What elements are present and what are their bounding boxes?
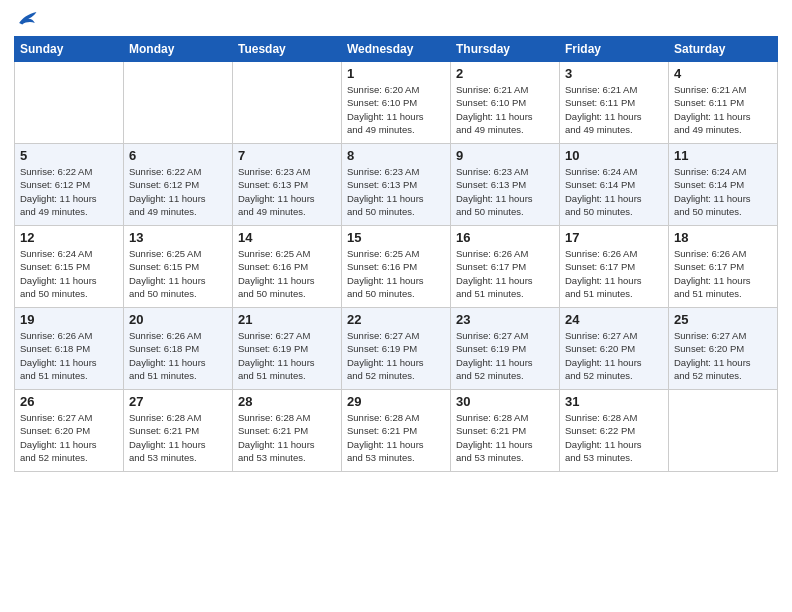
day-number: 4 — [674, 66, 772, 81]
day-number: 14 — [238, 230, 336, 245]
day-info: Sunrise: 6:23 AM Sunset: 6:13 PM Dayligh… — [238, 165, 336, 218]
day-number: 12 — [20, 230, 118, 245]
day-number: 5 — [20, 148, 118, 163]
day-info: Sunrise: 6:26 AM Sunset: 6:17 PM Dayligh… — [674, 247, 772, 300]
col-header-saturday: Saturday — [669, 37, 778, 62]
day-info: Sunrise: 6:23 AM Sunset: 6:13 PM Dayligh… — [456, 165, 554, 218]
day-number: 24 — [565, 312, 663, 327]
calendar-cell: 23Sunrise: 6:27 AM Sunset: 6:19 PM Dayli… — [451, 308, 560, 390]
calendar-cell: 7Sunrise: 6:23 AM Sunset: 6:13 PM Daylig… — [233, 144, 342, 226]
day-number: 21 — [238, 312, 336, 327]
day-info: Sunrise: 6:27 AM Sunset: 6:20 PM Dayligh… — [565, 329, 663, 382]
day-info: Sunrise: 6:26 AM Sunset: 6:17 PM Dayligh… — [565, 247, 663, 300]
calendar-week-5: 26Sunrise: 6:27 AM Sunset: 6:20 PM Dayli… — [15, 390, 778, 472]
day-info: Sunrise: 6:22 AM Sunset: 6:12 PM Dayligh… — [20, 165, 118, 218]
day-info: Sunrise: 6:28 AM Sunset: 6:22 PM Dayligh… — [565, 411, 663, 464]
day-info: Sunrise: 6:27 AM Sunset: 6:19 PM Dayligh… — [456, 329, 554, 382]
col-header-tuesday: Tuesday — [233, 37, 342, 62]
day-number: 16 — [456, 230, 554, 245]
calendar-cell: 5Sunrise: 6:22 AM Sunset: 6:12 PM Daylig… — [15, 144, 124, 226]
day-info: Sunrise: 6:21 AM Sunset: 6:11 PM Dayligh… — [674, 83, 772, 136]
calendar-cell — [669, 390, 778, 472]
calendar-cell: 29Sunrise: 6:28 AM Sunset: 6:21 PM Dayli… — [342, 390, 451, 472]
day-info: Sunrise: 6:27 AM Sunset: 6:19 PM Dayligh… — [347, 329, 445, 382]
calendar-cell: 12Sunrise: 6:24 AM Sunset: 6:15 PM Dayli… — [15, 226, 124, 308]
col-header-sunday: Sunday — [15, 37, 124, 62]
calendar-cell: 28Sunrise: 6:28 AM Sunset: 6:21 PM Dayli… — [233, 390, 342, 472]
calendar-cell: 8Sunrise: 6:23 AM Sunset: 6:13 PM Daylig… — [342, 144, 451, 226]
day-info: Sunrise: 6:21 AM Sunset: 6:10 PM Dayligh… — [456, 83, 554, 136]
calendar-cell: 30Sunrise: 6:28 AM Sunset: 6:21 PM Dayli… — [451, 390, 560, 472]
calendar-table: SundayMondayTuesdayWednesdayThursdayFrid… — [14, 36, 778, 472]
day-number: 23 — [456, 312, 554, 327]
day-number: 28 — [238, 394, 336, 409]
day-info: Sunrise: 6:25 AM Sunset: 6:15 PM Dayligh… — [129, 247, 227, 300]
day-number: 3 — [565, 66, 663, 81]
calendar-cell: 13Sunrise: 6:25 AM Sunset: 6:15 PM Dayli… — [124, 226, 233, 308]
day-number: 9 — [456, 148, 554, 163]
day-number: 29 — [347, 394, 445, 409]
header — [14, 10, 778, 28]
day-info: Sunrise: 6:25 AM Sunset: 6:16 PM Dayligh… — [347, 247, 445, 300]
calendar-cell: 21Sunrise: 6:27 AM Sunset: 6:19 PM Dayli… — [233, 308, 342, 390]
day-number: 6 — [129, 148, 227, 163]
day-number: 7 — [238, 148, 336, 163]
calendar-cell: 4Sunrise: 6:21 AM Sunset: 6:11 PM Daylig… — [669, 62, 778, 144]
calendar-week-1: 1Sunrise: 6:20 AM Sunset: 6:10 PM Daylig… — [15, 62, 778, 144]
calendar-cell — [124, 62, 233, 144]
col-header-thursday: Thursday — [451, 37, 560, 62]
day-info: Sunrise: 6:26 AM Sunset: 6:18 PM Dayligh… — [20, 329, 118, 382]
day-info: Sunrise: 6:22 AM Sunset: 6:12 PM Dayligh… — [129, 165, 227, 218]
page: SundayMondayTuesdayWednesdayThursdayFrid… — [0, 0, 792, 612]
logo-bird-icon — [16, 10, 38, 28]
calendar-cell: 18Sunrise: 6:26 AM Sunset: 6:17 PM Dayli… — [669, 226, 778, 308]
day-number: 11 — [674, 148, 772, 163]
day-number: 25 — [674, 312, 772, 327]
calendar-week-3: 12Sunrise: 6:24 AM Sunset: 6:15 PM Dayli… — [15, 226, 778, 308]
day-number: 15 — [347, 230, 445, 245]
day-info: Sunrise: 6:23 AM Sunset: 6:13 PM Dayligh… — [347, 165, 445, 218]
day-number: 20 — [129, 312, 227, 327]
day-info: Sunrise: 6:21 AM Sunset: 6:11 PM Dayligh… — [565, 83, 663, 136]
day-number: 19 — [20, 312, 118, 327]
day-number: 18 — [674, 230, 772, 245]
day-number: 26 — [20, 394, 118, 409]
day-info: Sunrise: 6:27 AM Sunset: 6:20 PM Dayligh… — [674, 329, 772, 382]
calendar-cell: 22Sunrise: 6:27 AM Sunset: 6:19 PM Dayli… — [342, 308, 451, 390]
day-number: 27 — [129, 394, 227, 409]
day-number: 8 — [347, 148, 445, 163]
calendar-cell: 26Sunrise: 6:27 AM Sunset: 6:20 PM Dayli… — [15, 390, 124, 472]
day-info: Sunrise: 6:26 AM Sunset: 6:17 PM Dayligh… — [456, 247, 554, 300]
calendar-cell: 3Sunrise: 6:21 AM Sunset: 6:11 PM Daylig… — [560, 62, 669, 144]
calendar-cell: 17Sunrise: 6:26 AM Sunset: 6:17 PM Dayli… — [560, 226, 669, 308]
col-header-monday: Monday — [124, 37, 233, 62]
day-info: Sunrise: 6:26 AM Sunset: 6:18 PM Dayligh… — [129, 329, 227, 382]
day-info: Sunrise: 6:24 AM Sunset: 6:14 PM Dayligh… — [674, 165, 772, 218]
day-info: Sunrise: 6:28 AM Sunset: 6:21 PM Dayligh… — [129, 411, 227, 464]
day-number: 17 — [565, 230, 663, 245]
day-info: Sunrise: 6:20 AM Sunset: 6:10 PM Dayligh… — [347, 83, 445, 136]
calendar-cell: 11Sunrise: 6:24 AM Sunset: 6:14 PM Dayli… — [669, 144, 778, 226]
day-info: Sunrise: 6:27 AM Sunset: 6:20 PM Dayligh… — [20, 411, 118, 464]
calendar-cell: 15Sunrise: 6:25 AM Sunset: 6:16 PM Dayli… — [342, 226, 451, 308]
calendar-cell: 24Sunrise: 6:27 AM Sunset: 6:20 PM Dayli… — [560, 308, 669, 390]
calendar-cell: 14Sunrise: 6:25 AM Sunset: 6:16 PM Dayli… — [233, 226, 342, 308]
calendar-cell: 16Sunrise: 6:26 AM Sunset: 6:17 PM Dayli… — [451, 226, 560, 308]
calendar-cell — [15, 62, 124, 144]
day-info: Sunrise: 6:24 AM Sunset: 6:15 PM Dayligh… — [20, 247, 118, 300]
day-info: Sunrise: 6:27 AM Sunset: 6:19 PM Dayligh… — [238, 329, 336, 382]
day-info: Sunrise: 6:28 AM Sunset: 6:21 PM Dayligh… — [347, 411, 445, 464]
day-number: 10 — [565, 148, 663, 163]
calendar-cell: 31Sunrise: 6:28 AM Sunset: 6:22 PM Dayli… — [560, 390, 669, 472]
calendar-cell: 27Sunrise: 6:28 AM Sunset: 6:21 PM Dayli… — [124, 390, 233, 472]
calendar-header-row: SundayMondayTuesdayWednesdayThursdayFrid… — [15, 37, 778, 62]
calendar-cell — [233, 62, 342, 144]
day-number: 30 — [456, 394, 554, 409]
calendar-cell: 19Sunrise: 6:26 AM Sunset: 6:18 PM Dayli… — [15, 308, 124, 390]
day-info: Sunrise: 6:24 AM Sunset: 6:14 PM Dayligh… — [565, 165, 663, 218]
day-number: 2 — [456, 66, 554, 81]
calendar-week-4: 19Sunrise: 6:26 AM Sunset: 6:18 PM Dayli… — [15, 308, 778, 390]
day-info: Sunrise: 6:28 AM Sunset: 6:21 PM Dayligh… — [238, 411, 336, 464]
calendar-cell: 10Sunrise: 6:24 AM Sunset: 6:14 PM Dayli… — [560, 144, 669, 226]
col-header-wednesday: Wednesday — [342, 37, 451, 62]
